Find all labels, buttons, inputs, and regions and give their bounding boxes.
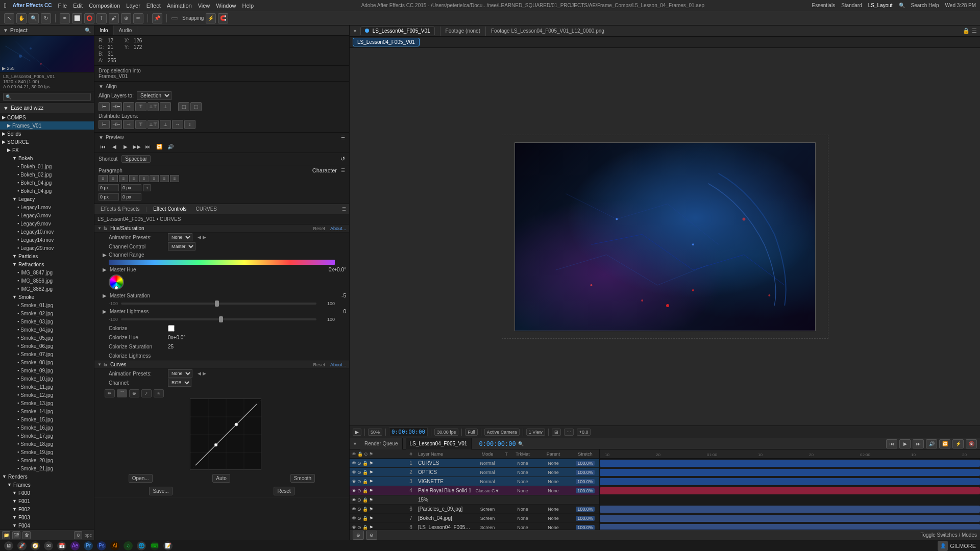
new-item-btn[interactable]: 🎬 — [12, 531, 20, 539]
curves-target-btn[interactable]: ⊕ — [129, 389, 139, 397]
timeline-comp-tab[interactable]: LS_Lesson04_F005_V01 — [406, 438, 472, 449]
hue-saturation-header[interactable]: ▼ fx Hue/Saturation Reset About... — [94, 224, 349, 233]
layer-parent-1[interactable]: None — [535, 470, 571, 475]
channel-range-toggle[interactable]: ▶ — [103, 252, 107, 258]
shortcut-edit-icon[interactable]: ↺ — [340, 156, 345, 162]
layer-solo-7[interactable]: ⊙ — [357, 525, 361, 530]
curves-smooth-btn2[interactable]: Smooth — [290, 474, 315, 483]
layer-trk-2[interactable]: None — [510, 479, 535, 484]
effect-controls-tab[interactable]: Effect Controls — [150, 206, 189, 212]
indent-right-input[interactable] — [121, 184, 141, 191]
hs-reset-btn[interactable]: Reset — [313, 226, 325, 231]
hs-arrow-btns[interactable]: ◀ ▶ — [198, 235, 206, 240]
layer-mode-7[interactable]: Screen — [472, 525, 503, 530]
layer-flag-5[interactable]: ⚑ — [369, 507, 373, 512]
tree-item-8[interactable]: ▪Bokeh_04.jpg — [0, 179, 94, 187]
curves-auto-btn[interactable]: Auto — [212, 474, 230, 483]
layer-mode-6[interactable]: Screen — [472, 516, 503, 521]
tree-item-46[interactable]: ▼F000 — [0, 489, 94, 497]
tree-item-35[interactable]: ▪Smoke_13.jpg — [0, 399, 94, 407]
menu-file[interactable]: File — [58, 3, 67, 9]
tree-item-23[interactable]: ▪Smoke_01.jpg — [0, 301, 94, 309]
hs-channel-control-select[interactable]: Master — [168, 242, 195, 251]
viewer-menu-icon[interactable]: ☰ — [972, 28, 977, 34]
colorize-sat-value[interactable]: 25 — [168, 344, 174, 349]
preview-audio[interactable]: 🔊 — [166, 142, 175, 151]
timeline-bar-0[interactable] — [600, 460, 980, 467]
finder-icon[interactable]: 🖥 — [4, 541, 13, 550]
layer-flag-4[interactable]: ⚑ — [369, 497, 373, 503]
curves-arrow-btns[interactable]: ◀ ▶ — [198, 371, 206, 376]
launchpad-icon[interactable]: 🚀 — [17, 541, 27, 550]
layer-solo-3[interactable]: ⊙ — [357, 488, 361, 493]
timeline-collapse-btn[interactable]: ⊖ — [366, 531, 377, 540]
tree-item-26[interactable]: ▪Smoke_04.jpg — [0, 325, 94, 334]
layer-row-3[interactable]: 👁 ⊙ 🔒 ⚑ 4Pale Royal Blue Solid 1Classic … — [350, 486, 599, 495]
project-search-icon[interactable]: 🔍 — [85, 28, 91, 33]
colorize-hue-value[interactable]: 0x+0.0° — [168, 335, 185, 340]
preview-back-frame[interactable]: ◀ — [110, 142, 119, 151]
tree-item-10[interactable]: ▼Legacy — [0, 195, 94, 203]
dist-left-btn[interactable]: ⊢ — [99, 120, 110, 129]
search-help[interactable]: Search Help — [911, 3, 939, 8]
layer-solo-2[interactable]: ⊙ — [357, 479, 361, 484]
layer-eye-4[interactable]: 👁 — [352, 497, 356, 503]
dist-center-v-btn[interactable]: ⊥⊤ — [148, 120, 159, 129]
align-right-btn[interactable]: ⊣ — [123, 102, 134, 111]
layer-mode-0[interactable]: Normal — [472, 461, 503, 466]
character-tab[interactable]: Character — [312, 167, 337, 173]
tree-item-12[interactable]: ▪Legacy3.mov — [0, 211, 94, 219]
master-light-slider[interactable] — [121, 318, 316, 320]
space-after-input[interactable] — [121, 193, 141, 201]
text-align-justify-btn[interactable]: ≡ — [129, 175, 138, 182]
calendar-icon[interactable]: 📅 — [57, 541, 66, 550]
text-align-left-btn[interactable]: ≡ — [99, 175, 108, 182]
align-left-btn[interactable]: ⊢ — [99, 102, 110, 111]
paragraph-tab[interactable]: Paragraph — [99, 168, 122, 173]
delete-btn[interactable]: 🗑 — [22, 531, 31, 539]
mail-icon[interactable]: ✉ — [44, 541, 53, 550]
master-hue-value[interactable]: 0x+0.0° — [329, 267, 346, 272]
layer-flag-3[interactable]: ⚑ — [369, 488, 373, 493]
tree-item-24[interactable]: ▪Smoke_02.jpg — [0, 309, 94, 317]
layer-row-2[interactable]: 👁 ⊙ 🔒 ⚑ 3VIGNETTENormalNoneNone100.0% — [350, 477, 599, 486]
curves-smooth-btn[interactable]: ≈ — [154, 389, 164, 397]
layer-flag-6[interactable]: ⚑ — [369, 516, 373, 521]
text-align-center-btn[interactable]: ≡ — [109, 175, 118, 182]
tree-item-38[interactable]: ▪Smoke_16.jpg — [0, 423, 94, 432]
layer-mode-2[interactable]: Normal — [472, 479, 503, 484]
rotate-tool[interactable]: ↻ — [41, 13, 51, 23]
tree-item-50[interactable]: ▼F004 — [0, 521, 94, 530]
curves-channel-select[interactable]: RGB — [168, 379, 191, 387]
preview-loop[interactable]: 🔁 — [155, 142, 164, 151]
workspace-standard[interactable]: Standard — [841, 3, 862, 8]
tree-item-0[interactable]: ▶COMPS — [0, 113, 94, 121]
master-sat-toggle[interactable]: ▶ — [103, 293, 107, 298]
align-extra-1[interactable]: ⬚ — [178, 102, 189, 111]
master-sat-value[interactable]: -5 — [341, 293, 346, 298]
layer-trk-3[interactable]: None — [510, 488, 535, 493]
curves-graph[interactable] — [190, 398, 261, 470]
apple-menu[interactable]:  — [4, 2, 7, 9]
workspace-current[interactable]: LS_Layout — [868, 3, 893, 8]
viewer-timecode-display[interactable]: 0:00:00:00 — [389, 428, 428, 436]
curves-tab[interactable]: CURVES — [193, 206, 220, 212]
layer-trk-5[interactable]: None — [510, 507, 535, 512]
curves-line-btn[interactable]: ∕ — [141, 389, 152, 397]
layer-mode-1[interactable]: Normal — [472, 470, 503, 475]
tree-item-25[interactable]: ▪Smoke_03.jpg — [0, 317, 94, 325]
text-tool[interactable]: T — [96, 13, 107, 23]
comp-tab-main[interactable]: LS_Lesson04_F005_V01 — [360, 27, 435, 35]
tree-item-36[interactable]: ▪Smoke_14.jpg — [0, 407, 94, 415]
menu-help[interactable]: Help — [242, 3, 254, 9]
timeline-timecode-display[interactable]: 0:00:00:00 — [479, 440, 516, 447]
timeline-bar-7[interactable] — [600, 524, 980, 530]
dist-extra-2[interactable]: ↕ — [184, 120, 195, 129]
layer-lock-1[interactable]: 🔒 — [362, 470, 368, 475]
hs-anim-presets-select[interactable]: None — [168, 233, 192, 241]
timeline-bar-2[interactable] — [600, 478, 980, 485]
text-align-j-left-btn[interactable]: ≡ — [139, 175, 149, 182]
timeline-draft-btn[interactable]: ⚡ — [952, 439, 964, 448]
dist-bottom-btn[interactable]: ⊥ — [160, 120, 171, 129]
safari-icon[interactable]: 🧭 — [31, 541, 40, 550]
